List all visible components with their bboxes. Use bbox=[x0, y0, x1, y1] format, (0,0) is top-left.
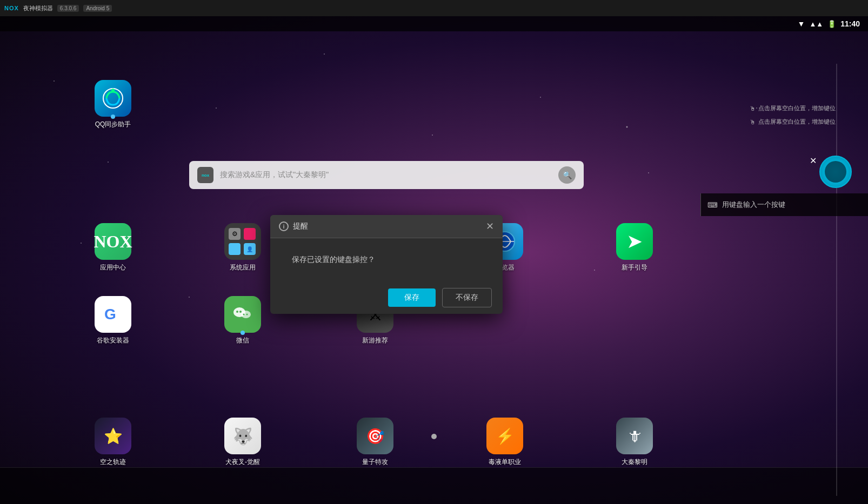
icon-appcenter[interactable]: NOX 应用中心 bbox=[95, 223, 131, 272]
google-label: 谷歌安装器 bbox=[97, 336, 129, 345]
close-circle-button[interactable]: ✕ bbox=[810, 156, 817, 166]
wifi-icon: ▼ bbox=[798, 19, 805, 28]
dialog-info-icon: i bbox=[279, 221, 289, 231]
keyboard-hint-text: 用键盘输入一个按键 bbox=[722, 200, 785, 210]
icon-wechat[interactable]: 微信 bbox=[224, 296, 261, 345]
wechat-label: 微信 bbox=[236, 336, 249, 345]
search-placeholder: 搜索游戏&应用，试试"大秦黎明" bbox=[220, 170, 552, 180]
icon-qq-sync[interactable]: QQ同步助手 bbox=[95, 80, 131, 129]
dialog-title: 提醒 bbox=[293, 221, 308, 231]
titlebar: NOX 夜神模拟器 6.3.0.6 Android 5 bbox=[0, 0, 868, 16]
main-area: QQ同步助手 NOX 应用中心 ⚙ 👤 系统应用 浏览器 bbox=[0, 31, 868, 504]
icon-google[interactable]: G 谷歌安装器 bbox=[95, 296, 131, 345]
svg-point-7 bbox=[241, 311, 251, 318]
circle-button[interactable] bbox=[819, 156, 852, 188]
qq-sync-label: QQ同步助手 bbox=[95, 120, 131, 129]
google-image: G bbox=[95, 296, 131, 333]
titlebar-version: 6.3.0.6 bbox=[57, 5, 79, 12]
hint-text-2: 🖱 点击屏幕空白位置，增加键位 bbox=[750, 118, 836, 126]
hint2-text: 点击屏幕空白位置，增加键位 bbox=[758, 118, 836, 126]
dialog-footer: 保存 不保存 bbox=[270, 281, 503, 314]
nosave-button[interactable]: 不保存 bbox=[442, 288, 492, 307]
inuyasha-label: 犬夜叉-觉醒 bbox=[225, 458, 260, 467]
daqin-image: 🗡 bbox=[616, 418, 653, 454]
mouse-icon: 🖱 bbox=[750, 105, 756, 112]
bottom-bar bbox=[0, 467, 868, 504]
svg-text:G: G bbox=[104, 306, 116, 322]
search-bar[interactable]: nox 搜索游戏&应用，试试"大秦黎明" 🔍 bbox=[189, 161, 584, 189]
sysapps-image: ⚙ 👤 bbox=[224, 223, 261, 260]
dialog-header: i 提醒 ✕ bbox=[270, 215, 503, 238]
icon-sysapps[interactable]: ⚙ 👤 系统应用 bbox=[224, 223, 261, 272]
search-nox-logo: nox bbox=[197, 167, 213, 183]
skyzero-label: 空之轨迹 bbox=[100, 458, 126, 467]
qq-dot bbox=[111, 115, 115, 119]
icon-poison[interactable]: ⚡ 毒液单职业 bbox=[486, 418, 523, 467]
hint-text-1: 🖱 点击屏幕空白位置，增加键位 bbox=[750, 104, 836, 112]
icon-skyzero[interactable]: ⭐ 空之轨迹 bbox=[95, 418, 131, 467]
signal-icon: ▲▲ bbox=[809, 20, 823, 28]
svg-point-8 bbox=[236, 311, 238, 313]
newguide-label: 新手引导 bbox=[622, 263, 647, 272]
appcenter-image: NOX bbox=[95, 223, 131, 260]
svg-point-9 bbox=[239, 311, 242, 313]
qq-sync-image bbox=[95, 80, 131, 117]
svg-point-10 bbox=[243, 314, 245, 315]
dialog-close-button[interactable]: ✕ bbox=[486, 221, 494, 231]
keyboard-icon: ⌨ bbox=[707, 201, 718, 209]
status-time: 11:40 bbox=[840, 19, 860, 28]
search-button[interactable]: 🔍 bbox=[558, 166, 576, 184]
scroll-divider bbox=[836, 64, 837, 496]
svg-point-11 bbox=[246, 314, 248, 315]
page-indicator bbox=[431, 434, 437, 439]
mouse2-icon: 🖱 bbox=[750, 119, 756, 125]
inuyasha-image: 🐺 bbox=[224, 418, 261, 454]
icon-daqin[interactable]: 🗡 大秦黎明 bbox=[616, 418, 653, 467]
daqin-label: 大秦黎明 bbox=[622, 458, 647, 467]
appcenter-label: 应用中心 bbox=[100, 263, 126, 272]
dialog-body: 保存已设置的键盘操控？ bbox=[270, 238, 503, 281]
titlebar-android: Android 5 bbox=[83, 5, 112, 12]
wechat-dot bbox=[241, 331, 245, 335]
dialog-title-row: i 提醒 bbox=[279, 221, 308, 231]
svg-point-1 bbox=[111, 89, 115, 92]
quantum-label: 量子特攻 bbox=[362, 458, 388, 467]
icon-inuyasha[interactable]: 🐺 犬夜叉-觉醒 bbox=[224, 418, 261, 467]
newguide-image: ➤ bbox=[616, 223, 653, 260]
sysapps-label: 系统应用 bbox=[230, 263, 256, 272]
poison-image: ⚡ bbox=[486, 418, 523, 454]
save-dialog: i 提醒 ✕ 保存已设置的键盘操控？ 保存 不保存 bbox=[270, 215, 503, 314]
newgame-label: 新游推荐 bbox=[362, 336, 388, 345]
poison-label: 毒液单职业 bbox=[489, 458, 521, 467]
icon-newguide[interactable]: ➤ 新手引导 bbox=[616, 223, 653, 272]
titlebar-title: 夜神模拟器 bbox=[23, 4, 53, 12]
battery-icon: 🔋 bbox=[827, 20, 836, 28]
hint1-text: 点击屏幕空白位置，增加键位 bbox=[758, 104, 836, 112]
save-button[interactable]: 保存 bbox=[388, 288, 436, 307]
skyzero-image: ⭐ bbox=[95, 418, 131, 454]
dialog-message: 保存已设置的键盘操控？ bbox=[292, 255, 375, 265]
keyboard-button[interactable]: ⌨ 用键盘输入一个按键 bbox=[707, 200, 862, 210]
quantum-image: 🎯 bbox=[357, 418, 393, 454]
android-statusbar: ▼ ▲▲ 🔋 11:40 bbox=[0, 16, 868, 31]
wechat-image bbox=[224, 296, 261, 333]
icon-quantum[interactable]: 🎯 量子特攻 bbox=[357, 418, 393, 467]
nox-logo: NOX bbox=[4, 5, 19, 11]
keyboard-area: ⌨ 用键盘输入一个按键 bbox=[700, 193, 868, 216]
